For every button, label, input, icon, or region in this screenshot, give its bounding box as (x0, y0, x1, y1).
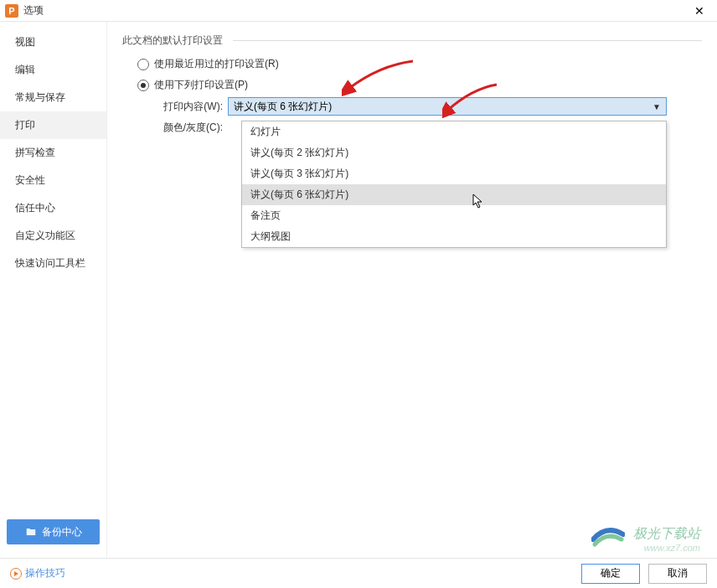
tips-label: 操作技巧 (25, 566, 65, 580)
close-icon[interactable]: ✕ (687, 4, 712, 18)
radio-icon (137, 59, 149, 70)
sidebar-item-spellcheck[interactable]: 拼写检查 (0, 139, 106, 167)
dropdown-option-handout-2[interactable]: 讲义(每页 2 张幻灯片) (242, 142, 666, 163)
radio-icon (137, 80, 149, 91)
dropdown-print-content: 幻灯片 讲义(每页 2 张幻灯片) 讲义(每页 3 张幻灯片) 讲义(每页 6 … (241, 121, 667, 248)
fieldset-divider (233, 40, 702, 41)
dropdown-option-notes[interactable]: 备注页 (242, 205, 666, 226)
sidebar-item-general-save[interactable]: 常规与保存 (0, 84, 106, 111)
dropdown-option-outline[interactable]: 大纲视图 (242, 226, 666, 247)
sidebar-item-edit[interactable]: 编辑 (0, 56, 106, 84)
combo-print-content[interactable]: 讲义(每页 6 张幻灯片) ▼ (228, 97, 667, 116)
sidebar-item-quick-access[interactable]: 快速访问工具栏 (0, 250, 106, 277)
titlebar: P 选项 ✕ (0, 0, 717, 22)
folder-icon (25, 526, 37, 538)
label-print-content: 打印内容(W): (147, 100, 228, 114)
radio-use-recent[interactable]: 使用最近用过的打印设置(R) (137, 57, 702, 71)
cancel-button[interactable]: 取消 (648, 564, 707, 584)
tips-link[interactable]: 操作技巧 (10, 566, 65, 580)
sidebar-item-security[interactable]: 安全性 (0, 167, 106, 194)
sidebar-item-trust-center[interactable]: 信任中心 (0, 194, 106, 222)
backup-center-label: 备份中心 (42, 525, 82, 539)
app-icon: P (5, 4, 18, 18)
sidebar-item-customize-ribbon[interactable]: 自定义功能区 (0, 222, 106, 250)
radio-use-following[interactable]: 使用下列打印设置(P) (137, 78, 702, 92)
dropdown-option-slide[interactable]: 幻灯片 (242, 121, 666, 142)
combo-print-content-value: 讲义(每页 6 张幻灯片) (234, 100, 332, 114)
fieldset-title: 此文档的默认打印设置 (122, 34, 228, 48)
play-circle-icon (10, 568, 22, 580)
sidebar: 视图 编辑 常规与保存 打印 拼写检查 安全性 信任中心 自定义功能区 快速访问… (0, 22, 107, 558)
chevron-down-icon: ▼ (653, 102, 661, 111)
ok-button[interactable]: 确定 (581, 564, 640, 584)
radio-use-recent-label: 使用最近用过的打印设置(R) (154, 57, 279, 71)
sidebar-item-print[interactable]: 打印 (0, 111, 106, 139)
dropdown-option-handout-6[interactable]: 讲义(每页 6 张幻灯片) (242, 184, 666, 205)
radio-use-following-label: 使用下列打印设置(P) (154, 78, 248, 92)
window-title: 选项 (23, 3, 44, 18)
label-color-grayscale: 颜色/灰度(C): (147, 121, 228, 135)
sidebar-item-view[interactable]: 视图 (0, 28, 106, 56)
backup-center-button[interactable]: 备份中心 (7, 519, 100, 544)
main-panel: 此文档的默认打印设置 使用最近用过的打印设置(R) 使用下列打印设置(P) 打印… (107, 22, 717, 558)
dropdown-option-handout-3[interactable]: 讲义(每页 3 张幻灯片) (242, 163, 666, 184)
footer: 操作技巧 确定 取消 (0, 558, 717, 588)
